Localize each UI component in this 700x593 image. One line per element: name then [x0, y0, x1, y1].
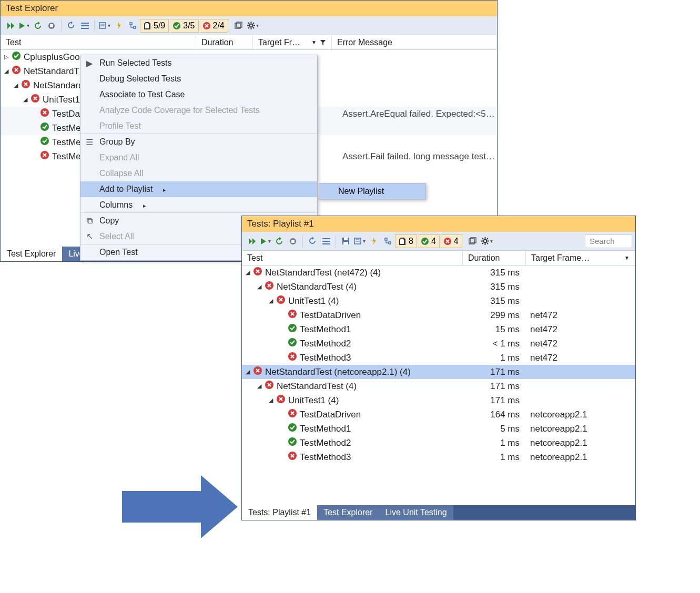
hierarchy-button[interactable] [381, 234, 394, 248]
window-title: Test Explorer [6, 3, 58, 14]
status-tab-playlist[interactable]: Tests: Playlist #1 [242, 505, 317, 520]
duration-cell: 1 ms [463, 452, 526, 463]
col-error[interactable]: Error Message [332, 35, 497, 49]
filter-icon[interactable] [320, 39, 326, 46]
realtime-button[interactable] [368, 234, 380, 248]
status-tab-test-explorer[interactable]: Test Explorer [1, 247, 62, 261]
error-message: Assert.Fail failed. long message test… [337, 151, 497, 162]
expand-caret[interactable]: ◢ [245, 369, 250, 375]
status-icon [277, 295, 285, 306]
status-icon [22, 80, 30, 91]
run-all-button[interactable] [245, 234, 258, 248]
svg-point-14 [40, 137, 49, 145]
realtime-button[interactable] [113, 19, 125, 33]
menu-item-label: Collapse All [99, 169, 144, 178]
menu-item[interactable]: Associate to Test Case [80, 87, 317, 103]
repeat-run-button[interactable] [32, 19, 44, 33]
passed-counter[interactable]: 4 [418, 234, 440, 248]
tree-row[interactable]: TestMethod31 msnetcoreapp2.1 [242, 450, 635, 464]
status-icon [288, 310, 297, 321]
playlist-dropdown[interactable] [353, 234, 367, 248]
run-all-button[interactable] [4, 19, 16, 33]
tree-row[interactable]: TestDataDriven164 msnetcoreapp2.1 [242, 407, 635, 422]
notrun-counter[interactable]: 5/9 [140, 19, 169, 33]
duration-cell: 15 ms [463, 324, 526, 335]
run-button[interactable] [17, 19, 31, 33]
col-duration[interactable]: Duration [463, 251, 526, 265]
search-input[interactable]: Search [585, 234, 632, 248]
expand-caret[interactable]: ◢ [245, 269, 250, 276]
refresh-button[interactable] [65, 19, 77, 33]
windows-button[interactable] [232, 19, 245, 33]
expand-caret[interactable]: ◢ [268, 298, 273, 304]
menu-item-label: Profile Test [99, 121, 141, 131]
expand-caret[interactable]: ◢ [257, 383, 262, 390]
col-test[interactable]: Test [1, 35, 196, 49]
menu-item-label: Associate to Test Case [99, 90, 185, 99]
tree-row[interactable]: TestMethod21 msnetcoreapp2.1 [242, 436, 635, 450]
menu-item[interactable]: Debug Selected Tests [80, 71, 317, 87]
menu-item[interactable]: ▶Run Selected Tests [80, 55, 317, 71]
test-label: UnitTest1 (4) [288, 296, 339, 306]
refresh-button[interactable] [306, 234, 319, 248]
svg-rect-1 [50, 24, 53, 27]
menu-item: Collapse All [80, 166, 317, 181]
stop-button[interactable] [45, 19, 58, 33]
menu-item[interactable]: Add to Playlist [80, 181, 317, 197]
expand-caret[interactable]: ◢ [4, 68, 9, 75]
tree-row[interactable]: ◢NetStandardTest (4)171 ms [242, 379, 635, 393]
test-label: NetStandardTest (netcoreapp2.1) (4) [265, 367, 411, 377]
submenu-indicator-icon [133, 200, 146, 210]
test-label: TestMethod2 [300, 438, 351, 448]
hierarchy-button[interactable] [126, 19, 139, 33]
status-icon [31, 94, 39, 105]
expand-caret[interactable]: ▷ [4, 54, 9, 60]
tree-row[interactable]: TestMethod115 msnet472 [242, 322, 635, 336]
windows-button[interactable] [466, 234, 479, 248]
settings-button[interactable] [246, 19, 260, 33]
col-target[interactable]: Target Fr…▼ [253, 35, 332, 49]
playlist-submenu[interactable]: New Playlist [319, 183, 426, 200]
expand-caret[interactable]: ◢ [268, 397, 273, 404]
svg-point-13 [40, 122, 49, 131]
menu-item[interactable]: Columns [80, 197, 317, 213]
col-duration[interactable]: Duration [196, 35, 253, 49]
svg-rect-17 [291, 240, 295, 243]
list-button[interactable] [320, 234, 332, 248]
status-tab-live[interactable]: Live Unit Testing [379, 505, 453, 520]
tree-row[interactable]: ◢NetStandardTest (netcoreapp2.1) (4)171 … [242, 365, 635, 379]
failed-counter[interactable]: 2/4 [200, 19, 228, 33]
failed-counter[interactable]: 4 [441, 234, 462, 248]
expand-caret[interactable]: ◢ [257, 283, 262, 290]
tree-row[interactable]: TestMethod15 msnetcoreapp2.1 [242, 422, 635, 436]
tree-row[interactable]: ◢NetStandardTest (4)315 ms [242, 280, 635, 294]
duration-cell: 171 ms [463, 381, 526, 392]
col-test[interactable]: Test [242, 251, 463, 265]
save-button[interactable] [339, 234, 352, 248]
status-icon [288, 437, 297, 448]
repeat-run-button[interactable] [273, 234, 286, 248]
col-target[interactable]: Target Frame…▼ [526, 251, 635, 265]
svg-rect-19 [344, 238, 348, 240]
submenu-new-playlist[interactable]: New Playlist [319, 183, 425, 199]
tree-row[interactable]: TestMethod31 msnet472 [242, 351, 635, 365]
stop-button[interactable] [287, 234, 299, 248]
target-cell: netcoreapp2.1 [526, 438, 635, 448]
run-button[interactable] [259, 234, 272, 248]
list-button[interactable] [78, 19, 91, 33]
tree-row[interactable]: ◢UnitTest1 (4)171 ms [242, 393, 635, 407]
tree-row[interactable]: ◢NetStandardTest (net472) (4)315 ms [242, 265, 635, 280]
expand-caret[interactable]: ◢ [13, 82, 18, 89]
test-label: TestMethod1 [300, 424, 351, 434]
settings-button[interactable] [480, 234, 494, 248]
notrun-counter[interactable]: 8 [395, 234, 417, 248]
test-tree[interactable]: ◢NetStandardTest (net472) (4)315 ms◢NetS… [242, 265, 635, 464]
passed-counter[interactable]: 3/5 [170, 19, 198, 33]
menu-item[interactable]: ☰Group By [80, 134, 317, 150]
status-tab-test-explorer[interactable]: Test Explorer [317, 505, 379, 520]
tree-row[interactable]: TestMethod2< 1 msnet472 [242, 336, 635, 351]
tree-row[interactable]: ◢UnitTest1 (4)315 ms [242, 294, 635, 308]
tree-row[interactable]: TestDataDriven299 msnet472 [242, 308, 635, 322]
expand-caret[interactable]: ◢ [23, 96, 28, 103]
playlist-dropdown[interactable] [98, 19, 111, 33]
